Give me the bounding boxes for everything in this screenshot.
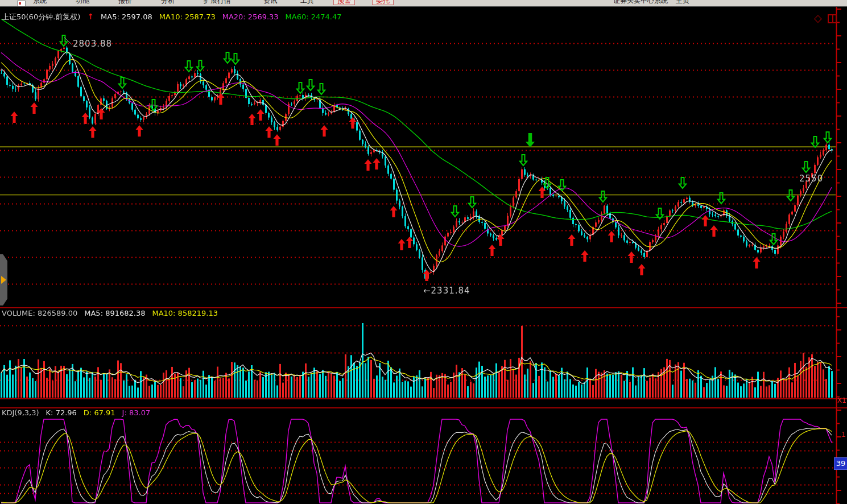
volume-axis-unit: X1: [837, 396, 846, 404]
menu-item-news[interactable]: 资讯: [263, 0, 277, 5]
menu-item-tools[interactable]: 工具: [300, 0, 314, 5]
low-price-label: ←2331.84: [423, 286, 470, 296]
chart-canvas[interactable]: [0, 0, 847, 504]
trading-app-window: 系统 功能 报价 分析 扩展行情 资讯 工具 预警 委托 证券买卖中心系统 主页…: [0, 0, 847, 504]
volume-value: VOLUME: 826589.00: [2, 309, 77, 317]
diamond-tool-icon[interactable]: ◇: [814, 12, 822, 24]
menu-item-extended[interactable]: 扩展行情: [204, 0, 231, 5]
menu-bar: 系统 功能 报价 分析 扩展行情 资讯 工具 预警 委托 证券买卖中心系统 主页: [0, 0, 847, 7]
ma5-value: MA5: 2597.08: [101, 13, 152, 21]
menu-item-system[interactable]: 系统: [33, 0, 47, 5]
sidebar-flyout-handle[interactable]: [0, 254, 7, 305]
chart-title: 上证50(60分钟.前复权): [2, 12, 80, 22]
menu-item-order[interactable]: 委托: [372, 0, 394, 5]
level-price-label: 2550: [799, 173, 823, 184]
kdj-pane-header: KDJ(9,3,3) K: 72.96 D: 67.91 J: 83.07: [2, 408, 150, 417]
menu-item-analysis[interactable]: 分析: [161, 0, 175, 5]
high-price-label: 2803.88: [73, 39, 112, 49]
kdj-d-value: D: 67.91: [84, 408, 115, 417]
menu-item-alert[interactable]: 预警: [333, 0, 355, 5]
app-icon[interactable]: [17, 1, 26, 7]
ma60-value: MA60: 2474.47: [286, 13, 342, 21]
kdj-j-value: J: 83.07: [122, 408, 151, 417]
volume-pane-header: VOLUME: 826589.00 MA5: 891682.38 MA10: 8…: [2, 309, 218, 317]
volume-ma5-value: MA5: 891682.38: [84, 309, 145, 317]
trend-up-arrow-icon: ↑: [87, 12, 94, 21]
expand-arrow-icon: [1, 276, 6, 284]
kdj-k-value: K: 72.96: [46, 408, 77, 417]
menu-item-quote[interactable]: 报价: [118, 0, 132, 5]
kdj-axis-label: 1: [841, 430, 846, 439]
menu-right-text: 证券买卖中心系统: [613, 0, 668, 5]
kdj-value-box: 39: [834, 457, 847, 470]
ma20-value: MA20: 2569.33: [222, 13, 279, 21]
split-window-icon[interactable]: [828, 14, 837, 23]
kdj-params: KDJ(9,3,3): [2, 408, 39, 417]
volume-ma10-value: MA10: 858219.13: [152, 309, 217, 317]
menu-item-function[interactable]: 功能: [76, 0, 89, 5]
ma10-value: MA10: 2587.73: [159, 13, 216, 21]
menu-home-link[interactable]: 主页: [676, 0, 689, 5]
main-chart-header: 上证50(60分钟.前复权) ↑ MA5: 2597.08 MA10: 2587…: [2, 12, 342, 22]
